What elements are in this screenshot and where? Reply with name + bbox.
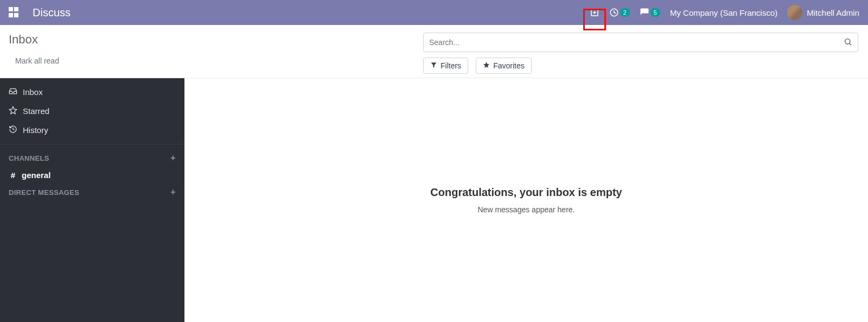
hash-icon: # [9, 171, 17, 180]
channels-header-label: CHANNELS [9, 154, 49, 162]
sidebar-item-label: Inbox [23, 87, 43, 97]
user-menu[interactable]: Mitchell Admin [787, 5, 859, 20]
page-title: Inbox [9, 33, 414, 47]
svg-point-4 [845, 39, 850, 43]
sidebar-item-label: History [23, 125, 48, 135]
company-switcher[interactable]: My Company (San Francisco) [670, 8, 777, 17]
messages-button[interactable]: 5 [640, 8, 660, 17]
star-icon [483, 61, 490, 70]
avatar [787, 5, 802, 20]
add-channel-button[interactable]: + [170, 153, 176, 163]
activities-button[interactable]: 2 [609, 8, 630, 17]
app-brand[interactable]: Discuss [33, 7, 71, 19]
inbox-icon [9, 87, 17, 97]
empty-inbox-subtitle: New messages appear here. [478, 205, 575, 214]
sidebar: Inbox Starred History CHANNELS + # gener… [0, 78, 184, 322]
control-panel: Inbox Mark all read Filters Favorites [0, 25, 868, 78]
top-navbar: Discuss 2 5 My Company (San Francisco) M… [0, 0, 868, 25]
sidebar-item-history[interactable]: History [0, 121, 184, 140]
apps-menu-icon[interactable] [9, 7, 20, 18]
sidebar-item-starred[interactable]: Starred [0, 102, 184, 121]
filter-icon [430, 61, 437, 70]
open-in-new-icon [590, 8, 599, 17]
search-input[interactable] [429, 38, 844, 47]
add-dm-button[interactable]: + [170, 187, 176, 197]
sidebar-channels-header[interactable]: CHANNELS + [0, 149, 184, 167]
activities-badge: 2 [620, 8, 630, 17]
channel-label: general [22, 171, 50, 180]
sidebar-item-inbox[interactable]: Inbox [0, 83, 184, 102]
favorites-label: Favorites [493, 61, 525, 70]
star-outline-icon [9, 106, 17, 116]
mark-all-read-button[interactable]: Mark all read [15, 56, 414, 65]
dm-header-label: DIRECT MESSAGES [9, 188, 79, 197]
main-content: Congratulations, your inbox is empty New… [184, 78, 868, 322]
messages-badge: 5 [650, 8, 660, 17]
sidebar-channel-general[interactable]: # general [0, 167, 184, 183]
history-icon [9, 125, 17, 135]
user-name: Mitchell Admin [807, 8, 859, 17]
favorites-button[interactable]: Favorites [476, 58, 532, 74]
filters-label: Filters [441, 61, 461, 70]
svg-line-5 [850, 43, 851, 45]
search-box[interactable] [423, 33, 858, 52]
clock-icon [609, 8, 619, 17]
search-icon[interactable] [844, 37, 852, 48]
filters-button[interactable]: Filters [423, 58, 468, 74]
chat-icon [640, 8, 649, 17]
sidebar-dm-header[interactable]: DIRECT MESSAGES + [0, 183, 184, 201]
sidebar-item-label: Starred [23, 106, 49, 116]
empty-inbox-title: Congratulations, your inbox is empty [430, 186, 622, 199]
open-in-new-button[interactable] [590, 8, 599, 17]
